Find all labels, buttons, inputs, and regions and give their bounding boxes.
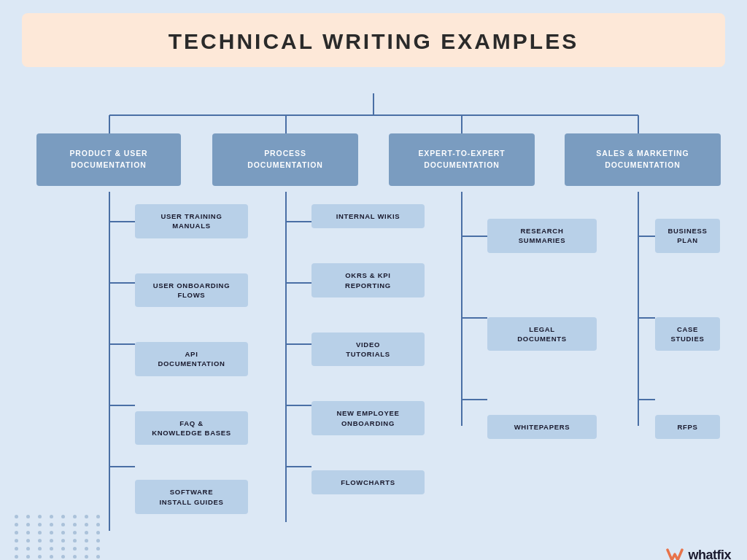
dots-decoration: [15, 515, 104, 559]
list-item: RFPS: [655, 415, 720, 439]
list-item: APIDOCUMENTATION: [135, 342, 248, 376]
list-item: FAQ &KNOWLEDGE BASES: [135, 411, 248, 446]
category-col3: EXPERT-TO-EXPERTDOCUMENTATION: [389, 133, 535, 186]
whatfix-logo-icon: [665, 547, 685, 560]
cat-label-col1: PRODUCT & USERDOCUMENTATION: [69, 148, 147, 171]
list-item: VIDEOTUTORIALS: [311, 332, 425, 367]
category-col1: PRODUCT & USERDOCUMENTATION: [36, 133, 181, 186]
items-col3: RESEARCHSUMMARIES LEGALDOCUMENTS WHITEPA…: [487, 219, 597, 439]
list-item: FLOWCHARTS: [311, 470, 425, 494]
cat-box-col2: PROCESSDOCUMENTATION: [212, 133, 358, 186]
list-item: SOFTWAREINSTALL GUIDES: [135, 480, 248, 514]
items-col4: BUSINESS PLAN CASE STUDIES RFPS: [655, 219, 720, 439]
list-item: CASE STUDIES: [655, 317, 720, 351]
category-col4: SALES & MARKETINGDOCUMENTATION: [565, 133, 721, 186]
chart-area: PRODUCT & USERDOCUMENTATION PROCESSDOCUM…: [22, 93, 725, 537]
list-item: RESEARCHSUMMARIES: [487, 219, 597, 253]
cat-label-col2: PROCESSDOCUMENTATION: [247, 148, 322, 171]
list-item: OKRS & KPIREPORTING: [311, 263, 425, 298]
cat-label-col4: SALES & MARKETINGDOCUMENTATION: [596, 148, 689, 171]
list-item: LEGALDOCUMENTS: [487, 317, 597, 351]
whatfix-text: whatfix: [688, 548, 731, 561]
category-col2: PROCESSDOCUMENTATION: [212, 133, 358, 186]
items-col2: INTERNAL WIKIS OKRS & KPIREPORTING VIDEO…: [311, 204, 425, 494]
list-item: USER ONBOARDINGFLOWS: [135, 273, 248, 308]
cat-box-col3: EXPERT-TO-EXPERTDOCUMENTATION: [389, 133, 535, 186]
cat-box-col4: SALES & MARKETINGDOCUMENTATION: [565, 133, 721, 186]
cat-box-col1: PRODUCT & USERDOCUMENTATION: [36, 133, 181, 186]
list-item: BUSINESS PLAN: [655, 219, 720, 253]
items-col1: USER TRAININGMANUALS USER ONBOARDINGFLOW…: [135, 204, 248, 514]
header-box: TECHNICAL WRITING EXAMPLES: [22, 13, 725, 67]
page-container: TECHNICAL WRITING EXAMPLES: [0, 13, 747, 560]
list-item: USER TRAININGMANUALS: [135, 204, 248, 238]
page-title: TECHNICAL WRITING EXAMPLES: [169, 29, 578, 53]
cat-label-col3: EXPERT-TO-EXPERTDOCUMENTATION: [418, 148, 505, 171]
whatfix-logo: whatfix: [665, 547, 731, 560]
list-item: WHITEPAPERS: [487, 415, 597, 439]
list-item: NEW EMPLOYEEONBOARDING: [311, 401, 425, 435]
list-item: INTERNAL WIKIS: [311, 204, 425, 228]
